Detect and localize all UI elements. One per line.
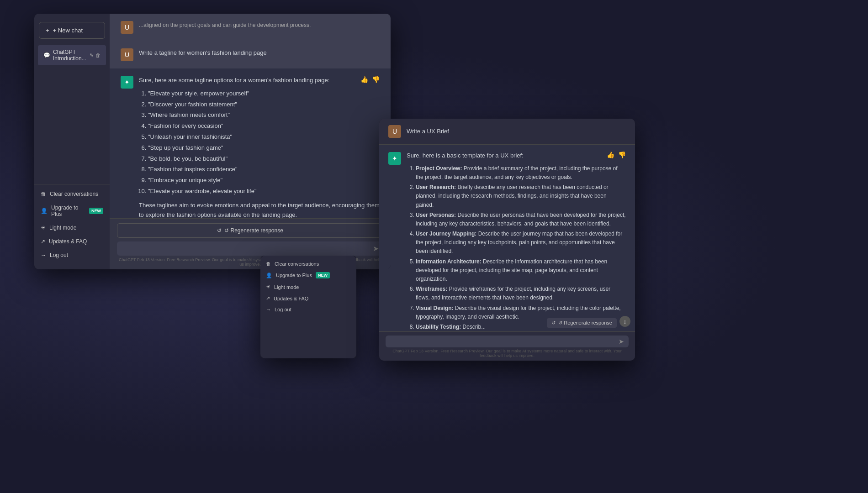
w3-section-3: User Personas: Describe the user persona… bbox=[416, 211, 626, 228]
w3-ai-intro: Sure, here is a basic template for a UX … bbox=[407, 151, 524, 161]
w2-updates-faq[interactable]: ↗ Updates & FAQ bbox=[260, 293, 356, 304]
w3-refresh-icon: ↺ bbox=[551, 320, 556, 326]
w2-sun-icon: ☀ bbox=[266, 284, 270, 290]
w3-footer: ➤ ChatGPT Feb 13 Version. Free Research … bbox=[379, 331, 635, 361]
chat-item-title: ChatGPT Introduction... bbox=[53, 49, 90, 62]
user-message-text: Write a tagline for women's fashion land… bbox=[139, 48, 380, 58]
user-avatar: U bbox=[121, 21, 133, 34]
ai-footer-text: These taglines aim to evoke emotions and… bbox=[139, 201, 380, 218]
refresh-icon: ↺ bbox=[217, 227, 222, 234]
user-avatar-2: U bbox=[121, 48, 133, 61]
tagline-10: "Elevate your wardrobe, elevate your lif… bbox=[148, 187, 380, 196]
new-badge: NEW bbox=[89, 208, 103, 214]
w2-user-icon: 👤 bbox=[266, 273, 272, 278]
thumbs-up-button[interactable]: 👍 bbox=[360, 76, 368, 83]
user-message-block: U Write a tagline for women's fashion la… bbox=[110, 41, 391, 68]
w2-light-mode[interactable]: ☀ Light mode bbox=[260, 281, 356, 293]
w3-user-message: Write a UX Brief bbox=[407, 127, 626, 136]
thumbs-down-button[interactable]: 👎 bbox=[372, 76, 380, 83]
chat-input-field[interactable] bbox=[122, 245, 369, 252]
tagline-8: "Fashion that inspires confidence" bbox=[148, 165, 380, 174]
w2-logout[interactable]: → Log out bbox=[260, 304, 356, 315]
w3-section-2: User Research: Briefly describe any user… bbox=[416, 183, 626, 210]
w2-clear-conversations[interactable]: 🗑 Clear conversations bbox=[260, 258, 356, 269]
w3-input-container: ➤ bbox=[386, 336, 629, 347]
chat-history-item[interactable]: 💬 ChatGPT Introduction... ✎ 🗑 bbox=[38, 45, 106, 65]
tagline-9: "Embrace your unique style" bbox=[148, 176, 380, 185]
tagline-6: "Step up your fashion game" bbox=[148, 143, 380, 153]
tagline-2: "Discover your fashion statement" bbox=[148, 100, 380, 110]
w3-user-avatar: U bbox=[388, 125, 401, 138]
updates-faq-item[interactable]: ↗ Updates & FAQ bbox=[34, 235, 110, 248]
chat-bubble-icon: 💬 bbox=[43, 52, 50, 58]
w2-logout-icon: → bbox=[266, 307, 271, 312]
w3-footer-note: ChatGPT Feb 13 Version. Free Research Pr… bbox=[386, 349, 629, 358]
new-chat-label: + New chat bbox=[53, 27, 83, 34]
tagline-3: "Where fashion meets comfort" bbox=[148, 110, 380, 120]
w3-user-message-row: U Write a UX Brief bbox=[388, 125, 626, 138]
w3-thumbs-up-button[interactable]: 👍 bbox=[607, 151, 614, 158]
send-button[interactable]: ➤ bbox=[373, 244, 379, 253]
w2-new-badge: NEW bbox=[316, 272, 330, 278]
w3-section-4: User Journey Mapping: Describe the user … bbox=[416, 230, 626, 256]
external-link-icon: ↗ bbox=[41, 238, 45, 245]
regenerate-button[interactable]: ↺ ↺ Regenerate response bbox=[117, 223, 383, 238]
ai-message-block: ✦ Sure, here are some tagline options fo… bbox=[110, 68, 391, 218]
tagline-7: "Be bold, be you, be beautiful" bbox=[148, 154, 380, 164]
w2-upgrade-plus[interactable]: 👤 Upgrade to Plus NEW bbox=[260, 269, 356, 281]
w3-ai-message-row: ✦ Sure, here is a basic template for a U… bbox=[388, 151, 626, 331]
w3-ai-avatar: ✦ bbox=[388, 152, 401, 165]
w3-section-5: Information Architecture: Describe the i… bbox=[416, 257, 626, 284]
w2-link-icon: ↗ bbox=[266, 295, 270, 301]
w2-trash-icon: 🗑 bbox=[266, 261, 271, 267]
upgrade-plus-item[interactable]: 👤 Upgrade to Plus NEW bbox=[34, 201, 110, 221]
messages-list: U ...aligned on the project goals and ca… bbox=[110, 14, 391, 218]
ux-brief-window: U Write a UX Brief ✦ Sure, here is a bas… bbox=[379, 119, 635, 361]
w3-send-button[interactable]: ➤ bbox=[619, 338, 624, 345]
tagline-5: "Unleash your inner fashionista" bbox=[148, 132, 380, 142]
light-mode-item[interactable]: ☀ Light mode bbox=[34, 221, 110, 235]
new-chat-button[interactable]: + + New chat bbox=[39, 22, 105, 39]
ai-message-text: Sure, here are some tagline options for … bbox=[139, 76, 380, 218]
ai-avatar: ✦ bbox=[121, 76, 133, 89]
w3-ai-content: Sure, here is a basic template for a UX … bbox=[407, 151, 626, 331]
plus-icon: + bbox=[46, 27, 49, 34]
clear-conversations-item[interactable]: 🗑 Clear conversations bbox=[34, 187, 110, 201]
trash-icon: 🗑 bbox=[41, 191, 46, 197]
scroll-down-button[interactable]: ↓ bbox=[619, 316, 630, 327]
input-container: ➤ bbox=[117, 241, 383, 256]
w3-section-1: Project Overview: Provide a brief summar… bbox=[416, 164, 626, 182]
tagline-1: "Elevate your style, empower yourself" bbox=[148, 89, 380, 99]
w3-regenerate-label: ↺ Regenerate response bbox=[558, 320, 612, 326]
sun-icon: ☀ bbox=[41, 225, 46, 231]
tagline-4: "Fashion for every occasion" bbox=[148, 121, 380, 131]
logout-item[interactable]: → Log out bbox=[34, 248, 110, 262]
user-icon: 👤 bbox=[41, 208, 48, 214]
logout-icon: → bbox=[41, 252, 46, 258]
sidebar-bottom: 🗑 Clear conversations 👤 Upgrade to Plus … bbox=[34, 184, 110, 265]
w3-thumbs-down-button[interactable]: 👎 bbox=[618, 151, 626, 158]
edit-icon[interactable]: ✎ bbox=[90, 52, 94, 58]
prev-message-block: U ...aligned on the project goals and ca… bbox=[110, 14, 391, 41]
w3-section-6: Wireframes: Provide wireframes for the p… bbox=[416, 285, 626, 302]
chat-area: U ...aligned on the project goals and ca… bbox=[110, 14, 391, 269]
sidebar: + + New chat 💬 ChatGPT Introduction... ✎… bbox=[34, 14, 110, 269]
main-window: + + New chat 💬 ChatGPT Introduction... ✎… bbox=[34, 14, 391, 269]
delete-icon[interactable]: 🗑 bbox=[95, 52, 101, 58]
small-window: 🗑 Clear conversations 👤 Upgrade to Plus … bbox=[260, 256, 356, 358]
w3-chat-input[interactable] bbox=[390, 338, 615, 345]
w3-header: U Write a UX Brief bbox=[379, 119, 635, 145]
prev-message-text: ...aligned on the project goals and can … bbox=[139, 21, 380, 30]
